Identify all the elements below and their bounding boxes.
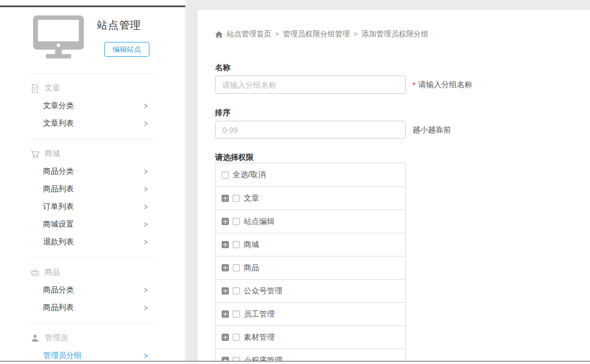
permission-group-row: 商城 xyxy=(216,233,405,256)
breadcrumb-item[interactable]: 管理员权限分组管理 xyxy=(283,30,350,38)
sidebar-item-label: 退款列表 xyxy=(43,237,74,247)
chevron-right-icon: > xyxy=(144,202,148,211)
sidebar-section-header: 商品 xyxy=(0,264,185,281)
permission-checkbox[interactable] xyxy=(233,264,240,271)
expand-plus-icon[interactable] xyxy=(222,195,229,202)
goods-basket-icon xyxy=(30,268,40,277)
group-name-input[interactable] xyxy=(215,76,406,94)
sort-hint: 越小越靠前 xyxy=(412,121,451,139)
chevron-right-icon: > xyxy=(144,303,148,312)
article-icon xyxy=(30,84,40,93)
sidebar-section-label: 商品 xyxy=(45,267,60,277)
sidebar-section-header: 商城 xyxy=(0,145,185,163)
required-asterisk: * xyxy=(412,81,415,89)
sidebar-item-label: 文章列表 xyxy=(43,119,74,129)
expand-plus-icon[interactable] xyxy=(222,241,229,248)
permission-rows: 文章 站点编辑 商城 商品 公众号管理 员工管理 素材管理 小程序管理 xyxy=(216,186,405,364)
mall-cart-icon xyxy=(30,149,40,159)
sidebar-item-label: 商品列表 xyxy=(43,303,74,313)
permissions-label: 请选择权限 xyxy=(215,153,254,163)
expand-plus-icon[interactable] xyxy=(222,264,229,271)
breadcrumb-separator: > xyxy=(354,30,358,38)
sort-label: 排序 xyxy=(215,108,230,118)
name-label: 名称 xyxy=(215,63,230,73)
sidebar-section-header: 管理员 xyxy=(0,329,185,347)
sidebar-item[interactable]: 商城设置 > xyxy=(0,216,185,233)
sidebar-section-label: 商城 xyxy=(45,149,60,159)
sidebar-menu: 文章 文章分类 > 文章列表 > 商城 商品分类 > 商品列表 > 订单列表 >… xyxy=(0,73,185,364)
expand-plus-icon[interactable] xyxy=(222,311,229,318)
breadcrumb: 站点管理首页>管理员权限分组管理>添加管理员权限分组 xyxy=(215,30,428,39)
edit-site-button[interactable]: 编辑站点 xyxy=(104,42,149,57)
sidebar-item-label: 管理员分组 xyxy=(43,351,82,361)
sidebar-item-label: 商品分类 xyxy=(43,167,74,176)
permission-checkbox[interactable] xyxy=(233,195,240,202)
sort-input[interactable] xyxy=(215,121,406,139)
permission-group-label: 公众号管理 xyxy=(244,286,282,296)
sidebar-section: 商品 商品分类 > 商品列表 > xyxy=(0,258,185,323)
chevron-right-icon: > xyxy=(144,220,148,229)
sidebar: 站点管理 编辑站点 文章 文章分类 > 文章列表 > 商城 商品分类 > 商品列… xyxy=(0,0,186,364)
permission-group-row: 商品 xyxy=(216,256,405,279)
sidebar-section: 文章 文章分类 > 文章列表 > xyxy=(0,73,185,139)
chevron-right-icon: > xyxy=(144,238,148,247)
sidebar-section-label: 管理员 xyxy=(45,333,68,343)
permission-checkbox[interactable] xyxy=(233,218,240,225)
home-icon xyxy=(215,31,223,38)
chevron-right-icon: > xyxy=(144,351,148,360)
permission-checkbox[interactable] xyxy=(233,241,240,248)
sidebar-item[interactable]: 商品分类 > xyxy=(0,281,185,299)
sidebar-item[interactable]: 文章列表 > xyxy=(0,115,185,132)
select-all-label: 全选/取消 xyxy=(233,170,266,180)
sidebar-section: 管理员 管理员分组 > xyxy=(0,323,185,364)
sidebar-item-label: 商品列表 xyxy=(43,184,74,194)
sidebar-logo-area: 站点管理 编辑站点 xyxy=(0,0,185,73)
sidebar-item-label: 商城设置 xyxy=(43,220,74,229)
sidebar-item[interactable]: 商品列表 > xyxy=(0,180,185,198)
window-bottom-edge xyxy=(0,361,590,364)
admin-person-icon xyxy=(30,334,40,343)
content-panel: 站点管理首页>管理员权限分组管理>添加管理员权限分组 名称 * 请输入分组名称 … xyxy=(197,9,590,364)
permission-checkbox[interactable] xyxy=(233,334,240,341)
breadcrumb-separator: > xyxy=(275,30,279,38)
chevron-right-icon: > xyxy=(144,101,148,110)
select-all-row: 全选/取消 xyxy=(216,163,405,186)
sidebar-item[interactable]: 商品分类 > xyxy=(0,163,185,180)
expand-plus-icon[interactable] xyxy=(222,334,229,341)
permission-checkbox[interactable] xyxy=(233,311,240,318)
permission-group-label: 员工管理 xyxy=(244,309,275,319)
sidebar-section-header: 文章 xyxy=(0,79,185,97)
permission-group-label: 商城 xyxy=(244,240,259,250)
sidebar-item[interactable]: 订单列表 > xyxy=(0,198,185,216)
sidebar-item[interactable]: 商品列表 > xyxy=(0,299,185,317)
breadcrumb-item[interactable]: 添加管理员权限分组 xyxy=(362,30,429,38)
sidebar-section-label: 文章 xyxy=(45,83,60,93)
monitor-logo-icon xyxy=(33,15,84,58)
permission-group-label: 站点编辑 xyxy=(244,217,275,227)
permissions-table: 全选/取消 文章 站点编辑 商城 商品 公众号管理 员工管理 素材管理 小程序管… xyxy=(215,163,406,364)
sidebar-item[interactable]: 退款列表 > xyxy=(0,233,185,251)
name-hint: * 请输入分组名称 xyxy=(412,76,472,94)
site-title: 站点管理 xyxy=(97,18,141,33)
sidebar-item-label: 文章分类 xyxy=(43,101,74,111)
sidebar-item[interactable]: 文章分类 > xyxy=(0,97,185,115)
expand-plus-icon[interactable] xyxy=(222,287,229,295)
sort-hint-text: 越小越靠前 xyxy=(412,125,451,135)
chevron-right-icon: > xyxy=(144,286,148,295)
chevron-right-icon: > xyxy=(144,185,148,194)
chevron-right-icon: > xyxy=(144,167,148,176)
permission-group-label: 素材管理 xyxy=(244,333,275,342)
sidebar-item-label: 商品分类 xyxy=(43,285,74,295)
permission-checkbox[interactable] xyxy=(233,287,240,295)
permission-group-row: 公众号管理 xyxy=(216,279,405,302)
permission-group-row: 站点编辑 xyxy=(216,210,405,233)
permission-group-row: 员工管理 xyxy=(216,302,405,325)
sidebar-item-label: 订单列表 xyxy=(43,202,74,212)
select-all-checkbox[interactable] xyxy=(222,172,229,179)
permission-group-row: 文章 xyxy=(216,186,405,210)
breadcrumb-item[interactable]: 站点管理首页 xyxy=(227,30,271,38)
expand-plus-icon[interactable] xyxy=(222,218,229,225)
chevron-right-icon: > xyxy=(144,119,148,128)
sidebar-section: 商城 商品分类 > 商品列表 > 订单列表 > 商城设置 > 退款列表 > xyxy=(0,139,185,258)
name-hint-text: 请输入分组名称 xyxy=(418,80,472,90)
